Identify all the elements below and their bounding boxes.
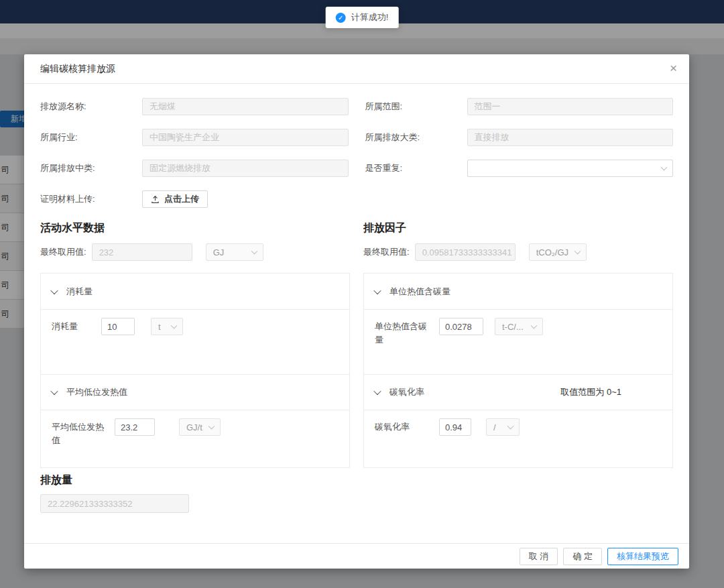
activity-final-input: 232 <box>92 243 192 261</box>
middle-category-input: 固定源燃烧排放 <box>142 160 349 177</box>
consumption-panel-body: 消耗量 t <box>41 310 349 375</box>
field-upload: 证明材料上传: 点击上传 <box>40 190 349 208</box>
consumption-unit-value: t <box>158 322 161 332</box>
chevron-down-icon <box>574 248 581 255</box>
chevron-down-icon <box>531 322 538 329</box>
carbon-content-panel-title: 单位热值含碳量 <box>389 286 450 298</box>
factor-final-label: 最终取用值: <box>363 246 410 258</box>
confirm-button[interactable]: 确 定 <box>563 548 602 565</box>
heating-unit-select: GJ/t <box>179 418 221 436</box>
source-name-label: 排放源名称: <box>40 101 142 113</box>
chevron-down-icon <box>507 423 514 430</box>
industry-input: 中国陶瓷生产企业 <box>142 129 349 146</box>
activity-unit-select: GJ <box>206 243 263 261</box>
screen: 新增 司 司 司 司 司 司 ✓ 计算成功! 编辑碳核算排放源 × 排放源名称:… <box>0 0 724 588</box>
industry-label: 所属行业: <box>40 131 142 143</box>
consumption-panel: 消耗量 消耗量 t 平均低位发热值 <box>40 273 350 468</box>
carbon-content-unit-value: t-C/... <box>502 322 524 332</box>
toast-message: 计算成功! <box>351 11 389 23</box>
oxidation-range-hint: 取值范围为 0~1 <box>560 386 621 398</box>
oxidation-unit-value: / <box>493 422 496 432</box>
success-toast: ✓ 计算成功! <box>326 7 399 28</box>
dialog-body: 排放源名称: 无烟煤 所属范围: 范围一 所属行业: 中国陶瓷生产企业 所属排放… <box>24 84 689 543</box>
chevron-down-icon <box>50 388 58 395</box>
upload-icon <box>151 195 160 204</box>
heating-unit-value: GJ/t <box>186 422 202 432</box>
dialog-title: 编辑碳核算排放源 <box>40 63 115 75</box>
duplicate-select[interactable] <box>467 160 674 177</box>
success-check-icon: ✓ <box>336 13 346 23</box>
activity-final-row: 最终取用值: 232 GJ <box>40 243 350 261</box>
consumption-panel-header[interactable]: 消耗量 <box>41 274 349 310</box>
emission-section: 排放量 22.229621333333352 <box>40 473 673 513</box>
oxidation-panel-body: 碳氧化率 / <box>364 410 672 467</box>
emission-value-input: 22.229621333333352 <box>40 494 189 513</box>
source-name-input: 无烟煤 <box>142 98 349 115</box>
heating-panel-title: 平均低位发热值 <box>66 386 127 398</box>
field-middle-category: 所属排放中类: 固定源燃烧排放 <box>40 160 349 177</box>
activity-final-label: 最终取用值: <box>40 246 86 258</box>
chevron-down-icon <box>661 164 668 171</box>
consumption-row-label: 消耗量 <box>52 320 101 333</box>
activity-title: 活动水平数据 <box>40 221 350 235</box>
factor-final-row: 最终取用值: 0.09581733333333341 tCO₂/GJ <box>363 243 673 261</box>
field-industry: 所属行业: 中国陶瓷生产企业 <box>40 129 349 146</box>
chevron-down-icon <box>50 286 58 294</box>
factor-unit-value: tCO₂/GJ <box>536 247 568 257</box>
oxidation-panel-title: 碳氧化率 <box>389 386 424 398</box>
result-preview-button[interactable]: 核算结果预览 <box>607 548 678 565</box>
factor-unit-select: tCO₂/GJ <box>529 243 587 261</box>
emission-title: 排放量 <box>40 473 673 487</box>
close-icon[interactable]: × <box>670 61 677 76</box>
upload-button[interactable]: 点击上传 <box>142 190 208 208</box>
carbon-content-panel: 单位热值含碳量 单位热值含碳量 t-C/... 碳氧化 <box>363 273 673 468</box>
factor-final-input: 0.09581733333333341 <box>415 243 516 261</box>
carbon-content-panel-body: 单位热值含碳量 t-C/... <box>364 310 672 375</box>
chevron-down-icon <box>251 248 257 255</box>
chevron-down-icon <box>373 286 381 294</box>
heating-panel-body: 平均低位发热值 GJ/t <box>41 410 349 467</box>
oxidation-row-label: 碳氧化率 <box>375 420 428 434</box>
upload-label: 证明材料上传: <box>40 193 142 205</box>
middle-category-label: 所属排放中类: <box>40 162 142 174</box>
oxidation-panel-header[interactable]: 碳氧化率 取值范围为 0~1 <box>364 374 672 410</box>
oxidation-input[interactable] <box>439 418 471 436</box>
upload-button-label: 点击上传 <box>164 193 199 205</box>
dialog-footer: 取 消 确 定 核算结果预览 <box>24 543 689 569</box>
field-scope: 所属范围: 范围一 <box>365 98 674 115</box>
consumption-panel-title: 消耗量 <box>66 286 93 298</box>
scope-label: 所属范围: <box>365 101 467 113</box>
dialog-header: 编辑碳核算排放源 × <box>24 54 689 84</box>
major-category-label: 所属排放大类: <box>365 131 467 143</box>
heating-panel-header[interactable]: 平均低位发热值 <box>41 374 349 410</box>
field-major-category: 所属排放大类: 直接排放 <box>365 129 674 146</box>
scope-input: 范围一 <box>467 98 674 115</box>
factor-title: 排放因子 <box>363 221 673 235</box>
cancel-button[interactable]: 取 消 <box>520 548 558 565</box>
carbon-content-panel-header[interactable]: 单位热值含碳量 <box>364 274 672 310</box>
chevron-down-icon <box>171 322 178 329</box>
consumption-input[interactable] <box>101 318 135 335</box>
major-category-input: 直接排放 <box>467 129 674 146</box>
oxidation-unit-select: / <box>486 418 520 436</box>
chevron-down-icon <box>208 423 215 430</box>
activity-unit-value: GJ <box>213 247 225 257</box>
carbon-content-row-label: 单位热值含碳量 <box>375 320 428 347</box>
carbon-content-input[interactable] <box>439 318 483 335</box>
carbon-content-unit-select: t-C/... <box>495 318 543 335</box>
heating-input[interactable] <box>115 418 155 436</box>
activity-section: 活动水平数据 最终取用值: 232 GJ 消耗量 <box>40 221 350 468</box>
heating-row-label: 平均低位发热值 <box>52 420 105 447</box>
chevron-down-icon <box>373 388 381 395</box>
field-duplicate: 是否重复: <box>365 160 674 177</box>
duplicate-label: 是否重复: <box>365 162 467 174</box>
field-source-name: 排放源名称: 无烟煤 <box>40 98 349 115</box>
edit-emission-source-dialog: 编辑碳核算排放源 × 排放源名称: 无烟煤 所属范围: 范围一 所属行业: 中国… <box>24 54 689 569</box>
factor-section: 排放因子 最终取用值: 0.09581733333333341 tCO₂/GJ … <box>363 221 673 468</box>
consumption-unit-select: t <box>151 318 183 335</box>
